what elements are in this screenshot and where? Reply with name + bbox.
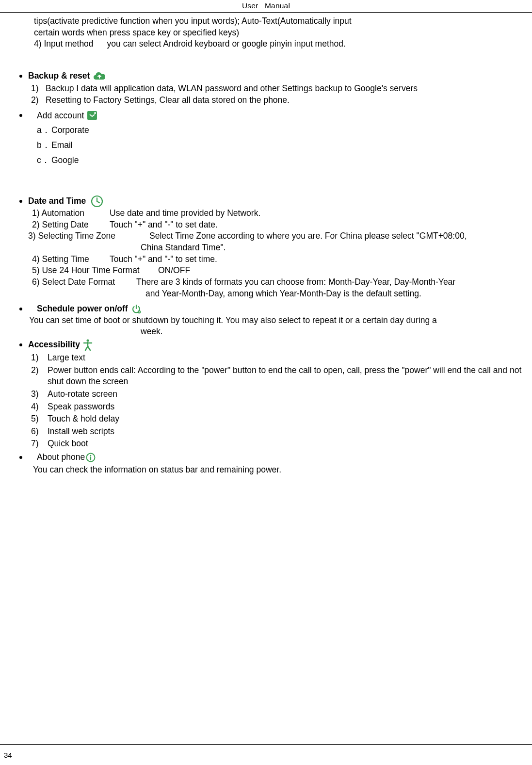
backup-item-1-text: Backup I data will application data, WLA… bbox=[46, 83, 532, 95]
clock-icon bbox=[91, 195, 103, 208]
accessibility-speak-passwords-text: Speak passwords bbox=[48, 401, 532, 413]
datetime-date-format-text: There are 3 kinds of formats you can cho… bbox=[136, 277, 532, 288]
backup-cloud-icon bbox=[93, 71, 106, 81]
backup-item-1: 1) Backup I data will application data, … bbox=[31, 83, 532, 95]
header-word-user: User bbox=[242, 1, 258, 10]
accessibility-item-quick-boot: 7) Quick boot bbox=[31, 438, 532, 450]
intro-line-1: tips(activate predictive function when y… bbox=[34, 16, 527, 27]
accessibility-touch-hold-text: Touch & hold delay bbox=[48, 413, 532, 425]
about-phone-title: About phone bbox=[37, 452, 85, 463]
datetime-automation-text: Use date and time provided by Network. bbox=[110, 208, 532, 219]
list-number: 3) bbox=[31, 389, 48, 400]
backup-reset-title: Backup & reset bbox=[28, 70, 90, 82]
date-time-title: Date and Time bbox=[28, 195, 86, 207]
accessibility-item-large-text: 1) Large text bbox=[31, 352, 532, 364]
accessibility-item-touch-hold: 5) Touch & hold delay bbox=[31, 413, 532, 425]
power-icon bbox=[131, 304, 142, 314]
section-add-account: Add account bbox=[19, 110, 532, 122]
section-about-phone: About phone bbox=[19, 452, 532, 463]
list-number: 4) bbox=[31, 401, 48, 413]
datetime-date-format-cont: and Year-Month-Day, among which Year-Mon… bbox=[145, 288, 532, 300]
bullet-icon bbox=[19, 456, 22, 459]
section-backup-reset: Backup & reset bbox=[19, 70, 532, 82]
accessibility-power-button-prefix: Power button ends call: bbox=[48, 365, 138, 375]
datetime-automation: 1) Automation Use date and time provided… bbox=[32, 208, 532, 219]
accessibility-power-button-text: Power button ends call: According to the… bbox=[48, 365, 532, 388]
datetime-setting-time: 4) Setting Time Touch "+" and "-" to set… bbox=[32, 254, 532, 265]
bullet-icon bbox=[19, 343, 22, 346]
accessibility-quick-boot-text: Quick boot bbox=[48, 438, 532, 450]
add-account-item-email: b． Email bbox=[37, 140, 532, 151]
add-account-title: Add account bbox=[37, 110, 84, 122]
list-number: 2) bbox=[31, 365, 48, 388]
footer-rule bbox=[0, 744, 532, 745]
accessibility-person-icon bbox=[83, 339, 93, 351]
datetime-setting-time-text: Touch "+" and "-" to set time. bbox=[110, 254, 532, 265]
backup-item-2: 2) Resetting to Factory Settings, Clear … bbox=[31, 95, 532, 106]
accessibility-item-install-web-scripts: 6) Install web scripts bbox=[31, 426, 532, 438]
datetime-date-format: 6) Select Date Format There are 3 kinds … bbox=[32, 277, 532, 288]
datetime-date-format-label: 6) Select Date Format bbox=[32, 277, 136, 288]
accessibility-install-web-scripts-text: Install web scripts bbox=[48, 426, 532, 438]
add-account-google-text: Google bbox=[51, 155, 532, 166]
accessibility-title: Accessibility bbox=[28, 339, 80, 351]
datetime-setting-date-text: Touch "+" and "-" to set date. bbox=[110, 219, 532, 231]
list-letter: b． bbox=[37, 140, 51, 151]
datetime-timezone-cont: China Standard Time". bbox=[141, 242, 532, 254]
datetime-setting-date: 2) Setting Date Touch "+" and "-" to set… bbox=[32, 219, 532, 231]
datetime-timezone-label: 3) Selecting Time Zone bbox=[28, 230, 149, 242]
section-schedule-power: Schedule power on/off bbox=[19, 303, 532, 315]
svg-point-7 bbox=[138, 311, 139, 312]
intro-line-2: certain words when press space key or sp… bbox=[34, 27, 527, 39]
bullet-icon bbox=[19, 308, 22, 310]
svg-point-14 bbox=[90, 455, 92, 456]
accessibility-item-speak-passwords: 4) Speak passwords bbox=[31, 401, 532, 413]
list-number: 6) bbox=[31, 426, 48, 438]
intro-line-3-text: you can select Android keyboard or googl… bbox=[107, 38, 346, 50]
header-word-manual: Manual bbox=[265, 1, 290, 10]
schedule-power-title: Schedule power on/off bbox=[37, 303, 128, 315]
add-account-item-google: c． Google bbox=[37, 155, 532, 166]
add-account-icon bbox=[87, 111, 97, 120]
datetime-24hour-text: ON/OFF bbox=[158, 265, 532, 277]
intro-block: tips(activate predictive function when y… bbox=[34, 16, 527, 50]
bullet-icon bbox=[19, 200, 22, 203]
list-letter: c． bbox=[37, 155, 51, 166]
bullet-icon bbox=[19, 114, 22, 117]
bullet-icon bbox=[19, 75, 22, 78]
backup-item-2-text: Resetting to Factory Settings, Clear all… bbox=[46, 95, 532, 106]
schedule-desc-2: week. bbox=[141, 326, 532, 338]
datetime-24hour: 5) Use 24 Hour Time Format ON/OFF bbox=[32, 265, 532, 277]
list-number: 5) bbox=[31, 413, 48, 425]
accessibility-item-auto-rotate: 3) Auto-rotate screen bbox=[31, 389, 532, 400]
accessibility-large-text: Large text bbox=[48, 352, 532, 364]
list-letter: a． bbox=[37, 125, 51, 136]
datetime-timezone-text: Select Time Zone according to where you … bbox=[149, 230, 532, 242]
svg-line-5 bbox=[97, 201, 99, 203]
page-number: 34 bbox=[4, 750, 12, 760]
schedule-desc-1: You can set time of boot or shutdown by … bbox=[29, 315, 532, 326]
list-number: 2) bbox=[31, 95, 46, 106]
add-account-email-text: Email bbox=[51, 140, 532, 151]
section-date-time: Date and Time bbox=[19, 195, 532, 208]
datetime-selecting-timezone: 3) Selecting Time Zone Select Time Zone … bbox=[28, 230, 532, 242]
datetime-24hour-label: 5) Use 24 Hour Time Format bbox=[32, 265, 158, 277]
info-icon bbox=[86, 453, 96, 462]
add-account-corporate-text: Corporate bbox=[51, 125, 532, 136]
accessibility-auto-rotate-text: Auto-rotate screen bbox=[48, 389, 532, 400]
about-phone-desc: You can check the information on status … bbox=[33, 464, 532, 476]
intro-line-3-label: 4) Input method bbox=[34, 38, 94, 50]
add-account-item-corporate: a． Corporate bbox=[37, 125, 532, 136]
svg-point-8 bbox=[87, 340, 89, 342]
datetime-setting-date-label: 2) Setting Date bbox=[32, 219, 110, 231]
datetime-automation-label: 1) Automation bbox=[32, 208, 110, 219]
section-accessibility: Accessibility bbox=[19, 339, 532, 351]
list-number: 1) bbox=[31, 352, 48, 364]
svg-line-11 bbox=[85, 346, 88, 350]
page-header: User Manual bbox=[0, 0, 532, 13]
list-number: 1) bbox=[31, 83, 46, 95]
svg-line-12 bbox=[88, 346, 90, 350]
list-number: 7) bbox=[31, 438, 48, 450]
accessibility-item-power-button: 2) Power button ends call: According to … bbox=[31, 365, 532, 388]
datetime-setting-time-label: 4) Setting Time bbox=[32, 254, 110, 265]
